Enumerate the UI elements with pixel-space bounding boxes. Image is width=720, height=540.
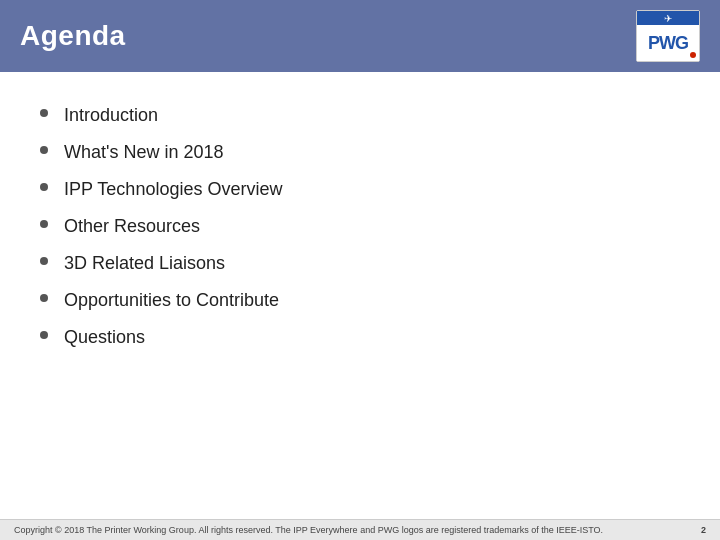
pwg-logo: ✈ PWG [636, 10, 700, 62]
slide-footer: Copyright © 2018 The Printer Working Gro… [0, 519, 720, 540]
list-item-label: Introduction [64, 102, 158, 129]
list-item: What's New in 2018 [40, 139, 680, 166]
agenda-list: IntroductionWhat's New in 2018IPP Techno… [40, 102, 680, 351]
footer-page-number: 2 [701, 525, 706, 535]
bullet-icon [40, 220, 48, 228]
list-item-label: 3D Related Liaisons [64, 250, 225, 277]
bullet-icon [40, 257, 48, 265]
slide-title: Agenda [20, 20, 126, 52]
list-item-label: IPP Technologies Overview [64, 176, 282, 203]
list-item: 3D Related Liaisons [40, 250, 680, 277]
list-item: Introduction [40, 102, 680, 129]
slide-content: IntroductionWhat's New in 2018IPP Techno… [0, 72, 720, 381]
list-item-label: Opportunities to Contribute [64, 287, 279, 314]
plane-icon: ✈ [664, 13, 672, 24]
bullet-icon [40, 183, 48, 191]
list-item: Questions [40, 324, 680, 351]
bullet-icon [40, 109, 48, 117]
list-item: IPP Technologies Overview [40, 176, 680, 203]
list-item: Opportunities to Contribute [40, 287, 680, 314]
bullet-icon [40, 294, 48, 302]
logo-text: PWG [648, 33, 688, 54]
logo-top-bar: ✈ [637, 11, 699, 25]
list-item: Other Resources [40, 213, 680, 240]
list-item-label: What's New in 2018 [64, 139, 224, 166]
list-item-label: Other Resources [64, 213, 200, 240]
bullet-icon [40, 331, 48, 339]
slide-header: Agenda ✈ PWG [0, 0, 720, 72]
list-item-label: Questions [64, 324, 145, 351]
bullet-icon [40, 146, 48, 154]
footer-copyright: Copyright © 2018 The Printer Working Gro… [14, 525, 603, 535]
logo-dot [690, 52, 696, 58]
